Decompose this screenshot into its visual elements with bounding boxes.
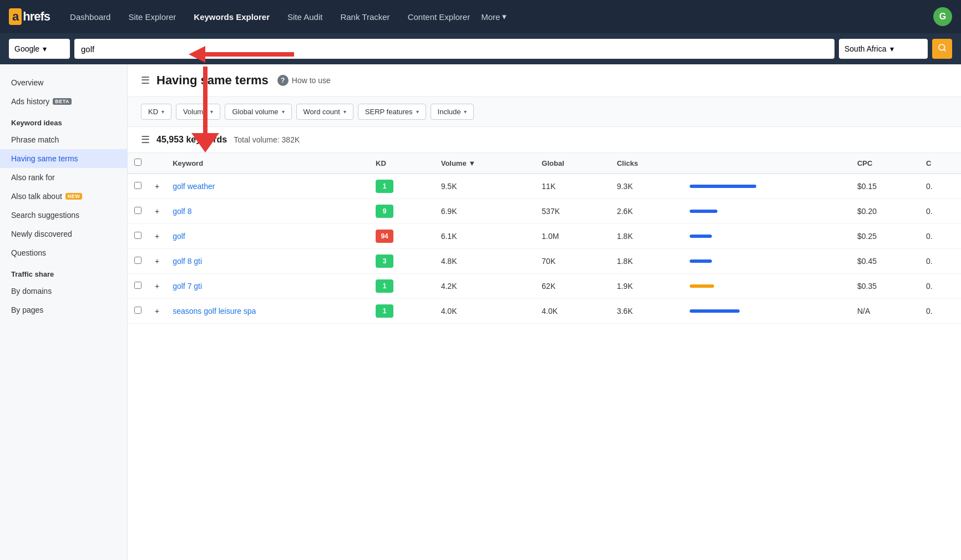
volume-cell: 6.1K: [434, 224, 535, 249]
nav-more[interactable]: More ▾: [481, 12, 507, 22]
cpc-cell: $0.35: [851, 274, 919, 299]
keyword-link[interactable]: golf weather: [173, 182, 215, 191]
keyword-cell: golf 8 gti: [166, 249, 369, 274]
filter-volume[interactable]: Volume ▾: [176, 104, 220, 120]
col-volume[interactable]: Volume ▼: [434, 153, 535, 174]
col-clicks[interactable]: Clicks: [610, 153, 683, 174]
sidebar-item-having-same-terms[interactable]: Having same terms: [0, 149, 127, 168]
search-bar: Google ▾ South Africa ▾: [0, 33, 961, 64]
page-title: Having same terms: [156, 73, 269, 88]
global-cell: 70K: [535, 249, 610, 274]
logo[interactable]: a hrefs: [9, 8, 50, 25]
filter-serp-features[interactable]: SERP features ▾: [358, 104, 426, 120]
sidebar-item-phrase-match-label: Phrase match: [11, 135, 59, 144]
select-all-checkbox[interactable]: [134, 159, 141, 166]
row-checkbox-cell: [128, 274, 148, 299]
row-checkbox[interactable]: [134, 207, 141, 214]
row-checkbox[interactable]: [134, 232, 141, 239]
keyword-link[interactable]: golf 7 gti: [173, 282, 202, 291]
sidebar-item-newly-discovered[interactable]: Newly discovered: [0, 225, 127, 243]
row-checkbox[interactable]: [134, 257, 141, 264]
main-layout: Overview Ads history BETA Keyword ideas …: [0, 64, 961, 560]
keyword-link[interactable]: seasons golf leisure spa: [173, 307, 256, 315]
row-add-cell[interactable]: +: [148, 299, 166, 324]
sidebar-item-also-talk-about[interactable]: Also talk about NEW: [0, 187, 127, 206]
filter-include-label: Include: [438, 108, 461, 116]
country-select[interactable]: South Africa ▾: [839, 39, 928, 59]
col-cpc[interactable]: CPC: [851, 153, 919, 174]
filter-global-volume-chevron-icon: ▾: [282, 109, 285, 115]
sidebar-item-search-suggestions[interactable]: Search suggestions: [0, 206, 127, 225]
row-add-cell[interactable]: +: [148, 224, 166, 249]
sidebar-item-phrase-match[interactable]: Phrase match: [0, 130, 127, 149]
sidebar-item-questions-label: Questions: [11, 248, 46, 257]
results-summary: ☰ 45,953 keywords Total volume: 382K: [128, 127, 961, 153]
row-checkbox[interactable]: [134, 307, 141, 314]
avatar[interactable]: G: [933, 7, 952, 26]
nav-dashboard[interactable]: Dashboard: [63, 9, 117, 25]
kd-cell: 3: [369, 249, 434, 274]
hamburger-icon[interactable]: ☰: [141, 74, 150, 86]
sidebar-item-overview[interactable]: Overview: [0, 73, 127, 92]
col-kd[interactable]: KD: [369, 153, 434, 174]
last-cell: 0.: [919, 274, 961, 299]
sidebar-item-also-rank-for-label: Also rank for: [11, 173, 55, 182]
filters-bar: KD ▾ Volume ▾ Global volume ▾ Word count…: [128, 97, 961, 127]
col-global[interactable]: Global: [535, 153, 610, 174]
clicks-bar-cell: [683, 224, 851, 249]
row-add-cell[interactable]: +: [148, 174, 166, 199]
svg-line-1: [944, 49, 945, 51]
filter-include-chevron-icon: ▾: [464, 109, 467, 115]
how-to-use-link[interactable]: ? How to use: [277, 75, 331, 86]
cpc-cell: $0.20: [851, 199, 919, 224]
keyword-link[interactable]: golf: [173, 232, 185, 241]
clicks-cell: 1.8K: [610, 249, 683, 274]
row-add-cell[interactable]: +: [148, 274, 166, 299]
filter-global-volume[interactable]: Global volume ▾: [225, 104, 291, 120]
help-icon: ?: [277, 75, 289, 86]
search-input[interactable]: [81, 44, 828, 54]
row-add-cell[interactable]: +: [148, 249, 166, 274]
ads-history-badge: BETA: [53, 98, 72, 105]
nav-rank-tracker[interactable]: Rank Tracker: [333, 9, 396, 25]
filter-include[interactable]: Include ▾: [431, 104, 474, 120]
sidebar-item-newly-discovered-label: Newly discovered: [11, 230, 72, 238]
results-hamburger-icon[interactable]: ☰: [141, 134, 150, 146]
filter-kd[interactable]: KD ▾: [141, 104, 171, 120]
col-keyword[interactable]: Keyword: [166, 153, 369, 174]
nav-site-explorer[interactable]: Site Explorer: [122, 9, 183, 25]
kd-badge: 1: [376, 304, 393, 318]
kd-cell: 1: [369, 274, 434, 299]
country-label: South Africa: [844, 44, 887, 53]
search-icon: [938, 43, 947, 55]
table-row: + golf 8 9 6.9K 537K 2.6K: [128, 199, 961, 224]
col-checkbox: [128, 153, 148, 174]
volume-cell: 4.8K: [434, 249, 535, 274]
sidebar-item-by-domains[interactable]: By domains: [0, 282, 127, 301]
nav-keywords-explorer[interactable]: Keywords Explorer: [187, 9, 276, 25]
col-clicks-bar: [683, 153, 851, 174]
sidebar-item-by-pages[interactable]: By pages: [0, 301, 127, 319]
sidebar-item-also-rank-for[interactable]: Also rank for: [0, 168, 127, 187]
top-nav: a hrefs Dashboard Site Explorer Keywords…: [0, 0, 961, 33]
keyword-link[interactable]: golf 8: [173, 207, 191, 216]
sidebar-item-questions[interactable]: Questions: [0, 243, 127, 262]
cpc-cell: $0.15: [851, 174, 919, 199]
filter-word-count[interactable]: Word count ▾: [296, 104, 353, 120]
filter-volume-chevron-icon: ▾: [210, 109, 213, 115]
row-add-cell[interactable]: +: [148, 199, 166, 224]
volume-cell: 9.5K: [434, 174, 535, 199]
sidebar-item-ads-history[interactable]: Ads history BETA: [0, 92, 127, 111]
search-button[interactable]: [932, 39, 952, 59]
engine-select[interactable]: Google ▾: [9, 39, 70, 59]
results-count: 45,953 keywords: [156, 135, 227, 145]
col-last: C: [919, 153, 961, 174]
row-checkbox-cell: [128, 174, 148, 199]
nav-content-explorer[interactable]: Content Explorer: [401, 9, 477, 25]
row-checkbox[interactable]: [134, 182, 141, 189]
keyword-link[interactable]: golf 8 gti: [173, 257, 202, 266]
nav-site-audit[interactable]: Site Audit: [281, 9, 329, 25]
main-content: ☰ Having same terms ? How to use KD ▾ Vo…: [128, 64, 961, 560]
row-checkbox[interactable]: [134, 282, 141, 289]
keyword-cell: golf weather: [166, 174, 369, 199]
